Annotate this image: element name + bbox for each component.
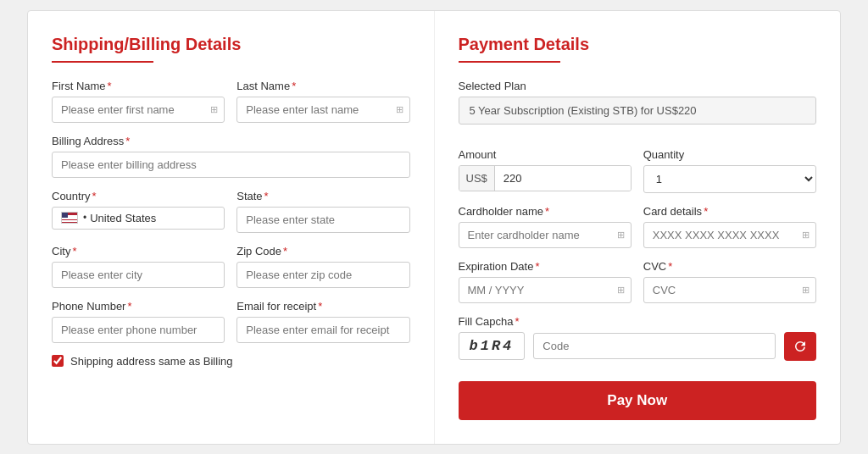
card-details-input-wrap: ⊞ bbox=[643, 222, 816, 248]
phone-group: Phone Number* bbox=[52, 300, 225, 343]
billing-address-label: Billing Address* bbox=[52, 135, 410, 147]
phone-email-row: Phone Number* Email for receipt* bbox=[52, 300, 410, 343]
state-input[interactable] bbox=[236, 207, 409, 233]
first-name-group: First Name* ⊞ bbox=[52, 80, 225, 123]
expiry-cvc-row: Expiration Date* ⊞ CVC* ⊞ bbox=[459, 260, 817, 303]
phone-input[interactable] bbox=[52, 317, 225, 343]
captcha-code-input[interactable] bbox=[533, 333, 776, 359]
phone-label: Phone Number* bbox=[52, 300, 225, 313]
captcha-refresh-button[interactable] bbox=[784, 332, 816, 361]
first-name-input[interactable] bbox=[52, 97, 225, 123]
captcha-image: b1R4 bbox=[459, 332, 526, 360]
last-name-input-wrap: ⊞ bbox=[236, 97, 409, 123]
expiry-label: Expiration Date* bbox=[459, 260, 632, 273]
cvc-group: CVC* ⊞ bbox=[643, 260, 816, 303]
main-container: Shipping/Billing Details First Name* ⊞ L… bbox=[27, 10, 841, 445]
name-row: First Name* ⊞ Last Name* ⊞ bbox=[52, 80, 410, 123]
billing-address-group: Billing Address* bbox=[52, 135, 410, 178]
cardholder-label: Cardholder name* bbox=[459, 205, 632, 218]
amount-prefix: US$ bbox=[459, 166, 495, 191]
country-state-row: Country* • United States State* bbox=[52, 190, 410, 233]
quantity-group: Quantity 1 2 3 bbox=[643, 148, 816, 193]
captcha-label: Fill Capcha* bbox=[459, 315, 817, 328]
billing-address-row: Billing Address* bbox=[52, 135, 410, 178]
captcha-row: b1R4 bbox=[459, 332, 817, 361]
shipping-title: Shipping/Billing Details bbox=[52, 35, 410, 54]
selected-plan-group: Selected Plan 5 Year Subscription (Exist… bbox=[459, 80, 817, 136]
expiry-input[interactable] bbox=[459, 277, 632, 303]
email-group: Email for receipt* bbox=[236, 300, 409, 343]
city-label: City* bbox=[52, 245, 225, 257]
state-label: State* bbox=[236, 190, 409, 202]
card-details-group: Card details* ⊞ bbox=[643, 205, 816, 248]
email-input[interactable] bbox=[236, 317, 409, 343]
first-name-label: First Name* bbox=[52, 80, 225, 92]
selected-plan-label: Selected Plan bbox=[459, 80, 817, 92]
city-zip-row: City* Zip Code* bbox=[52, 245, 410, 288]
zip-label: Zip Code* bbox=[236, 245, 409, 257]
payment-title: Payment Details bbox=[459, 35, 817, 54]
country-label: Country* bbox=[52, 190, 225, 202]
city-group: City* bbox=[52, 245, 225, 288]
us-flag-icon bbox=[61, 212, 78, 224]
cvc-label: CVC* bbox=[643, 260, 816, 273]
email-label: Email for receipt* bbox=[236, 300, 409, 313]
cardholder-input-wrap: ⊞ bbox=[459, 222, 632, 248]
quantity-select[interactable]: 1 2 3 bbox=[643, 165, 816, 193]
captcha-group: Fill Capcha* b1R4 bbox=[459, 315, 817, 364]
card-details-label: Card details* bbox=[643, 205, 816, 218]
card-row: Cardholder name* ⊞ Card details* ⊞ bbox=[459, 205, 817, 248]
amount-quantity-row: Amount US$ Quantity 1 2 3 bbox=[459, 148, 817, 193]
refresh-icon bbox=[793, 339, 808, 354]
amount-group: Amount US$ bbox=[459, 148, 632, 193]
first-name-input-wrap: ⊞ bbox=[52, 97, 225, 123]
pay-now-button[interactable]: Pay Now bbox=[459, 381, 817, 420]
city-input[interactable] bbox=[52, 262, 225, 288]
last-name-input[interactable] bbox=[236, 97, 409, 123]
shipping-title-underline bbox=[52, 61, 153, 63]
amount-label: Amount bbox=[459, 148, 632, 161]
payment-title-underline bbox=[459, 61, 560, 63]
same-billing-row: Shipping address same as Billing bbox=[52, 355, 410, 368]
cvc-input[interactable] bbox=[643, 277, 816, 303]
same-billing-checkbox[interactable] bbox=[52, 355, 64, 367]
last-name-label: Last Name* bbox=[236, 80, 409, 92]
cardholder-group: Cardholder name* ⊞ bbox=[459, 205, 632, 248]
expiry-group: Expiration Date* ⊞ bbox=[459, 260, 632, 303]
plan-display: 5 Year Subscription (Existing STB) for U… bbox=[459, 97, 817, 125]
expiry-input-wrap: ⊞ bbox=[459, 277, 632, 303]
cvc-input-wrap: ⊞ bbox=[643, 277, 816, 303]
card-details-input[interactable] bbox=[643, 222, 816, 248]
amount-input-wrap: US$ bbox=[459, 165, 632, 191]
country-group: Country* • United States bbox=[52, 190, 225, 233]
zip-group: Zip Code* bbox=[236, 245, 409, 288]
billing-address-input[interactable] bbox=[52, 152, 410, 178]
zip-input[interactable] bbox=[236, 262, 409, 288]
country-input-wrap[interactable]: • United States bbox=[52, 207, 225, 230]
cardholder-input[interactable] bbox=[459, 222, 632, 248]
quantity-label: Quantity bbox=[643, 148, 816, 161]
payment-section: Payment Details Selected Plan 5 Year Sub… bbox=[435, 11, 841, 444]
amount-input[interactable] bbox=[495, 166, 631, 191]
shipping-billing-section: Shipping/Billing Details First Name* ⊞ L… bbox=[28, 11, 435, 444]
country-value: United States bbox=[90, 212, 156, 224]
same-billing-label: Shipping address same as Billing bbox=[70, 355, 233, 368]
state-group: State* bbox=[236, 190, 409, 233]
last-name-group: Last Name* ⊞ bbox=[236, 80, 409, 123]
